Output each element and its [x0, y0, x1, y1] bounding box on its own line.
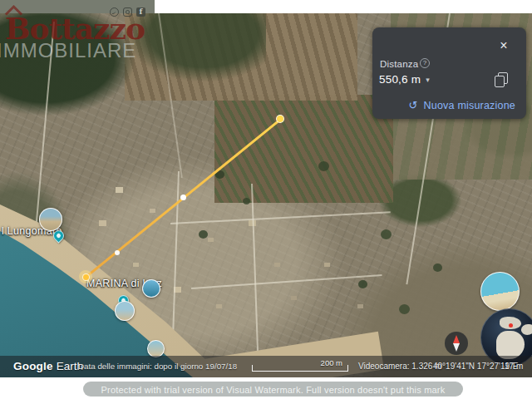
new-measurement-button[interactable]: ↺Nuova misurazione — [409, 99, 516, 111]
imagery-date: Data delle immagini: dopo il giorno 19/0… — [78, 362, 237, 371]
caret-down-icon: ▾ — [426, 76, 430, 84]
distance-value: 550,6 m — [379, 73, 421, 86]
globe-landmass — [496, 331, 525, 359]
photo-thumbnail[interactable] — [39, 208, 62, 231]
trial-watermark-banner: Protected with trial version of Visual W… — [83, 382, 463, 397]
copy-icon — [495, 72, 508, 87]
trees-texture — [0, 13, 7, 20]
distance-label: Distanza — [380, 59, 418, 69]
measure-midpoint — [115, 250, 120, 255]
measure-panel: × Distanza ? 550,6 m▾ ↺Nuova misurazione — [372, 27, 526, 119]
elevation: 17 m — [505, 362, 523, 371]
close-icon[interactable]: × — [495, 37, 512, 54]
photo-thumbnail[interactable] — [142, 279, 160, 298]
watermark-tint — [0, 0, 155, 13]
help-icon[interactable]: ? — [420, 58, 430, 68]
measure-endpoint[interactable] — [276, 115, 284, 123]
compass-south-needle — [453, 343, 460, 352]
scale-bar: 200 m — [252, 360, 348, 372]
new-measurement-label: Nuova misurazione — [424, 100, 515, 111]
photo-thumbnail[interactable] — [115, 301, 135, 321]
screenshot-frame: l Lungomare MARINA di Lizz × Distanza ? … — [0, 0, 532, 399]
measure-midpoint — [180, 195, 186, 200]
photo-thumbnail[interactable] — [147, 340, 165, 357]
measure-endpoint[interactable] — [82, 273, 90, 281]
trial-watermark-text: Protected with trial version of Visual W… — [101, 385, 446, 395]
refresh-icon: ↺ — [409, 99, 418, 111]
compass-north-needle — [453, 335, 460, 343]
google-earth-logo: GoogleEarth — [13, 360, 83, 372]
compass-icon[interactable] — [445, 332, 468, 355]
copy-button[interactable] — [494, 72, 510, 91]
logo-google: Google — [13, 360, 53, 372]
camera-altitude: Videocamera: 1.326 m — [358, 362, 441, 371]
photo-thumbnail[interactable] — [480, 272, 520, 311]
scale-bar-label: 200 m — [321, 358, 342, 367]
distance-value-dropdown[interactable]: 550,6 m▾ — [379, 73, 430, 86]
globe-location-marker — [509, 323, 513, 328]
globe-landmass — [521, 324, 532, 335]
